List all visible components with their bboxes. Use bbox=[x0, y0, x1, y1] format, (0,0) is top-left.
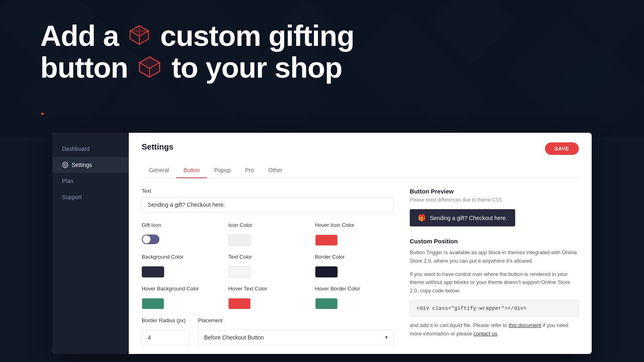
form-column: Text Gift Icon Icon Color bbox=[142, 188, 394, 345]
tab-other[interactable]: Other bbox=[261, 163, 290, 178]
this-document-link[interactable]: this document bbox=[509, 322, 541, 328]
page-header: Settings SAVE bbox=[142, 142, 579, 155]
background-color-label: Background Color bbox=[142, 254, 220, 260]
border-radius-input[interactable] bbox=[142, 330, 190, 345]
hover-text-color-field: Hover Text Color bbox=[228, 286, 307, 309]
hover-icon-color-label: Hover Icon Color bbox=[315, 222, 394, 228]
text-color-swatch[interactable] bbox=[228, 266, 251, 278]
preview-title: Button Preview bbox=[410, 188, 579, 195]
hover-text-color-label: Hover Text Color bbox=[228, 286, 307, 292]
hover-icon-color-swatch[interactable] bbox=[315, 234, 338, 246]
tabs-container: General Button Popup Pro Other bbox=[142, 163, 579, 178]
red-dot-left bbox=[41, 113, 43, 115]
text-input[interactable] bbox=[142, 197, 394, 212]
preview-subtitle: Please mind differences due to theme CSS bbox=[410, 197, 579, 203]
hover-bg-color-field: Hover Background Color bbox=[142, 286, 220, 309]
right-panel: Button Preview Please mind differences d… bbox=[410, 188, 579, 345]
gift-icon-field: Gift Icon bbox=[142, 222, 220, 246]
border-radius-label: Border Radius (px) bbox=[142, 317, 190, 323]
custom-position-text2: If you want to have control over where t… bbox=[410, 270, 579, 295]
hover-icon-color-field: Hover Icon Color bbox=[315, 222, 394, 246]
border-color-label: Border Color bbox=[315, 254, 394, 260]
sidebar-item-support[interactable]: Support bbox=[52, 189, 129, 205]
hero-section: Add a custom gifting button to your shop bbox=[0, 0, 644, 137]
footer-text: and add it in cart.liquid file. Please r… bbox=[410, 321, 579, 338]
sidebar-item-settings[interactable]: Settings bbox=[52, 157, 129, 173]
main-content: Settings SAVE General Button Popup Pro O… bbox=[129, 133, 592, 354]
hover-bg-color-swatch[interactable] bbox=[142, 298, 164, 309]
gift-icon-label: Gift Icon bbox=[142, 222, 220, 228]
code-block: <div class="giftify-wrapper"></div> bbox=[410, 300, 579, 317]
icon-color-field: Icon Color bbox=[228, 222, 307, 246]
gift-preview-icon: 🎁 bbox=[418, 214, 426, 222]
cart-liquid-text: cart.liquid bbox=[440, 322, 462, 328]
hover-border-color-label: Hover Border Color bbox=[315, 286, 394, 292]
placement-select[interactable]: Before Checkout Button After Checkout Bu… bbox=[198, 330, 394, 345]
footer-text1: and add it in bbox=[410, 322, 440, 328]
hero-title: Add a custom gifting button to your shop bbox=[40, 20, 354, 84]
box-3d-icon-2 bbox=[138, 55, 162, 79]
custom-position-text1: Button Trigger is available as app block… bbox=[410, 249, 579, 265]
app-container: Dashboard Settings Plan Support Settings… bbox=[52, 133, 592, 354]
button-preview[interactable]: 🎁 Sending a gift? Checkout here. bbox=[410, 209, 515, 226]
settings-layout: Text Gift Icon Icon Color bbox=[142, 188, 579, 345]
text-color-field: Text Color bbox=[228, 254, 307, 278]
hover-border-color-swatch[interactable] bbox=[315, 298, 338, 309]
gift-icon-toggle[interactable] bbox=[142, 234, 159, 244]
icon-colors-row: Gift Icon Icon Color Hover Icon Color bbox=[142, 222, 394, 246]
background-color-swatch[interactable] bbox=[142, 266, 164, 278]
sidebar-item-plan[interactable]: Plan bbox=[52, 173, 129, 189]
tab-popup[interactable]: Popup bbox=[207, 163, 237, 178]
border-color-field: Border Color bbox=[315, 254, 394, 278]
hover-text-color-swatch[interactable] bbox=[228, 298, 251, 309]
tab-button[interactable]: Button bbox=[176, 163, 207, 178]
sidebar-label-settings: Settings bbox=[72, 162, 92, 168]
background-color-field: Background Color bbox=[142, 254, 220, 278]
text-field-label: Text bbox=[142, 188, 394, 194]
save-button[interactable]: SAVE bbox=[545, 142, 579, 155]
tab-general[interactable]: General bbox=[142, 163, 176, 178]
border-color-swatch[interactable] bbox=[315, 266, 338, 278]
gear-icon bbox=[62, 162, 68, 168]
text-color-label: Text Color bbox=[228, 254, 307, 260]
bottom-fields-row: Border Radius (px) Placement Before Chec… bbox=[142, 317, 394, 345]
footer-text5: . bbox=[497, 331, 499, 337]
main-colors-row: Background Color Text Color Border Color bbox=[142, 254, 394, 278]
placement-label: Placement bbox=[198, 317, 394, 323]
hover-colors-row: Hover Background Color Hover Text Color … bbox=[142, 286, 394, 309]
text-section: Text bbox=[142, 188, 394, 212]
border-radius-field: Border Radius (px) bbox=[142, 317, 190, 345]
placement-field: Placement Before Checkout Button After C… bbox=[198, 317, 394, 345]
sidebar-item-dashboard[interactable]: Dashboard bbox=[52, 141, 129, 157]
custom-position-title: Custom Position bbox=[410, 238, 579, 245]
box-3d-icon bbox=[128, 24, 151, 46]
icon-color-label: Icon Color bbox=[228, 222, 307, 228]
hover-border-color-field: Hover Border Color bbox=[315, 286, 394, 309]
hover-bg-color-label: Hover Background Color bbox=[142, 286, 220, 292]
code-content: <div class="giftify-wrapper"></div> bbox=[417, 305, 526, 311]
toggle-knob bbox=[142, 235, 151, 243]
tab-pro[interactable]: Pro bbox=[238, 163, 261, 178]
icon-color-swatch[interactable] bbox=[228, 234, 251, 246]
sidebar-label-plan: Plan bbox=[62, 178, 73, 184]
toggle-container bbox=[142, 234, 220, 244]
page-title: Settings bbox=[142, 142, 173, 152]
button-preview-text: Sending a gift? Checkout here. bbox=[430, 215, 507, 221]
contact-us-link[interactable]: contact us bbox=[473, 331, 497, 337]
sidebar-label-dashboard: Dashboard bbox=[62, 146, 90, 152]
placement-select-wrapper: Before Checkout Button After Checkout Bu… bbox=[198, 330, 394, 345]
sidebar: Dashboard Settings Plan Support bbox=[52, 133, 129, 354]
sidebar-label-support: Support bbox=[62, 194, 82, 200]
footer-text3: file. Please refer to bbox=[462, 322, 509, 328]
